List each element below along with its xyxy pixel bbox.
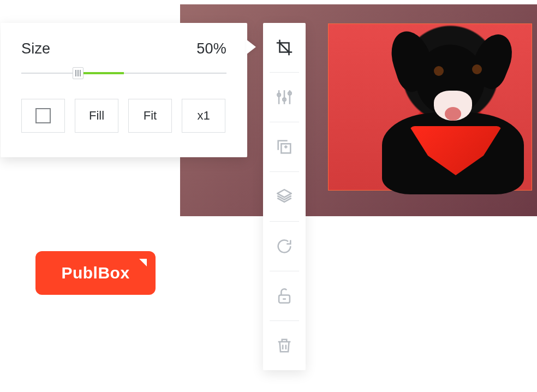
size-value: 50%: [196, 40, 226, 57]
slider-fill: [77, 72, 124, 74]
publbox-logo: PublBox: [35, 251, 156, 295]
panel-pointer: [246, 39, 256, 55]
fit-button[interactable]: Fit: [128, 99, 172, 133]
square-icon: [35, 108, 51, 123]
layers-icon: [275, 187, 294, 206]
logo-corner-icon: [139, 259, 147, 266]
size-slider[interactable]: [21, 67, 226, 79]
delete-tool[interactable]: [263, 321, 306, 370]
size-label: Size: [21, 40, 50, 57]
canvas-image-content: [349, 31, 524, 183]
aspect-square-button[interactable]: [21, 99, 65, 133]
fill-button[interactable]: Fill: [75, 99, 118, 133]
logo-text: PublBox: [61, 264, 129, 282]
slider-track: [21, 73, 226, 74]
crop-tool[interactable]: [263, 23, 306, 72]
duplicate-tool[interactable]: [263, 122, 306, 171]
unlock-tool[interactable]: [263, 271, 306, 320]
unlock-icon: [275, 287, 294, 305]
svg-rect-3: [281, 144, 290, 153]
layers-tool[interactable]: [263, 172, 306, 221]
duplicate-icon: [275, 138, 294, 156]
trash-icon: [275, 336, 294, 355]
adjust-icon: [275, 88, 294, 106]
crop-icon: [275, 38, 294, 57]
edit-toolbar: [263, 23, 306, 370]
adjust-tool[interactable]: [263, 73, 306, 122]
slider-thumb[interactable]: [73, 67, 83, 79]
rotate-tool[interactable]: [263, 222, 306, 271]
size-panel: Size 50% Fill Fit x1: [1, 23, 247, 157]
x1-button[interactable]: x1: [182, 99, 225, 133]
rotate-icon: [275, 237, 294, 256]
